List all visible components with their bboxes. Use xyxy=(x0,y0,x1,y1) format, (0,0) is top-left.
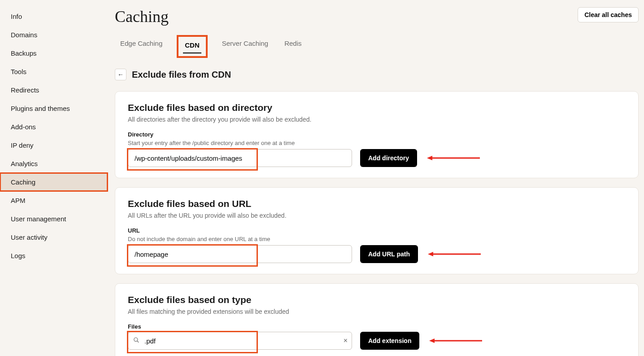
back-button[interactable]: ← xyxy=(115,69,126,80)
sidebar-item-ip-deny[interactable]: IP deny xyxy=(0,136,108,154)
files-input[interactable] xyxy=(128,332,352,350)
add-directory-button[interactable]: Add directory xyxy=(360,149,417,167)
svg-marker-7 xyxy=(429,338,435,343)
url-field-hint: Do not include the domain and enter one … xyxy=(128,236,626,242)
sidebar-item-caching[interactable]: Caching xyxy=(0,173,108,191)
tab-redis[interactable]: Redis xyxy=(283,37,303,58)
sidebar-item-logs[interactable]: Logs xyxy=(0,246,108,265)
exclude-url-card: Exclude files based on URL All URLs afte… xyxy=(115,187,639,274)
svg-marker-3 xyxy=(428,252,433,256)
sidebar-item-apm[interactable]: APM xyxy=(0,191,108,210)
add-url-path-button[interactable]: Add URL path xyxy=(360,245,418,263)
files-field-label: Files xyxy=(128,323,626,330)
tab-server-caching[interactable]: Server Caching xyxy=(220,37,270,58)
sidebar-item-user-management[interactable]: User management xyxy=(0,210,108,228)
sidebar-item-analytics[interactable]: Analytics xyxy=(0,154,108,173)
sidebar-item-user-activity[interactable]: User activity xyxy=(0,228,108,246)
directory-input[interactable] xyxy=(128,149,352,167)
tabs: Edge CachingCDNServer CachingRedis xyxy=(115,37,639,58)
clear-all-caches-button[interactable]: Clear all caches xyxy=(578,7,639,22)
card-heading: Exclude files based on type xyxy=(128,294,626,305)
directory-field-label: Directory xyxy=(128,131,626,138)
card-description: All URLs after the URL you provide will … xyxy=(128,212,626,219)
exclude-type-card: Exclude files based on type All files ma… xyxy=(115,283,639,356)
card-description: All directories after the directory you … xyxy=(128,116,626,123)
sidebar-item-add-ons[interactable]: Add-ons xyxy=(0,118,108,136)
main-content: Caching Clear all caches Edge CachingCDN… xyxy=(108,0,644,356)
directory-field-hint: Start your entry after the /public direc… xyxy=(128,140,626,146)
sidebar-item-tools[interactable]: Tools xyxy=(0,62,108,81)
url-field-label: URL xyxy=(128,227,626,234)
sidebar: InfoDomainsBackupsToolsRedirectsPlugins … xyxy=(0,0,108,356)
annotation-arrow-icon xyxy=(427,155,481,161)
sidebar-item-domains[interactable]: Domains xyxy=(0,26,108,44)
card-description: All files matching the provided extensio… xyxy=(128,308,626,315)
clear-input-icon[interactable]: × xyxy=(344,337,348,345)
sidebar-item-info[interactable]: Info xyxy=(0,7,108,26)
card-heading: Exclude files based on URL xyxy=(128,198,626,209)
tab-edge-caching[interactable]: Edge Caching xyxy=(118,37,164,58)
annotation-arrow-icon xyxy=(429,338,483,343)
tab-cdn[interactable]: CDN xyxy=(183,39,201,53)
sidebar-item-redirects[interactable]: Redirects xyxy=(0,81,108,99)
sidebar-item-backups[interactable]: Backups xyxy=(0,44,108,62)
exclude-directory-card: Exclude files based on directory All dir… xyxy=(115,91,639,178)
card-heading: Exclude files based on directory xyxy=(128,102,626,113)
add-extension-button[interactable]: Add extension xyxy=(360,332,419,350)
url-input[interactable] xyxy=(128,245,352,263)
arrow-left-icon: ← xyxy=(117,71,124,78)
section-heading: Exclude files from CDN xyxy=(132,70,231,80)
svg-marker-1 xyxy=(427,156,432,160)
annotation-arrow-icon xyxy=(428,251,482,257)
page-title: Caching xyxy=(115,7,169,26)
sidebar-item-plugins-and-themes[interactable]: Plugins and themes xyxy=(0,99,108,118)
